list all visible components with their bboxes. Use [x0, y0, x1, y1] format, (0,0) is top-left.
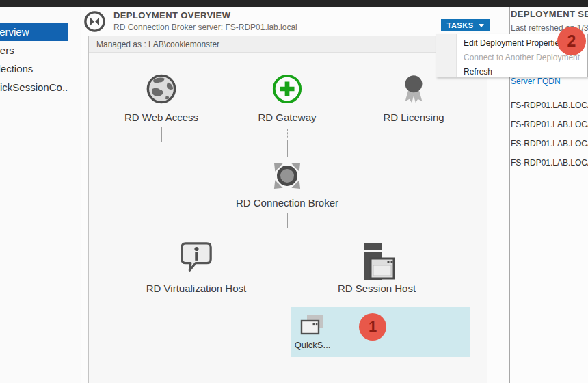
connector-sessionhost [377, 228, 377, 241]
node-label-rd-session-host[interactable]: RD Session Host [302, 282, 452, 294]
connector-webaccess [161, 127, 162, 142]
connector-to-collection [377, 295, 377, 308]
tasks-button[interactable]: TASKS [441, 19, 490, 31]
overview-title: DEPLOYMENT OVERVIEW [113, 10, 230, 21]
node-label-rd-connection-broker[interactable]: RD Connection Broker [212, 197, 362, 209]
server-row[interactable]: FS-RDP01.LAB.LOCAL [511, 158, 588, 168]
nav-content-divider [81, 7, 81, 383]
servers-column-header-fqdn[interactable]: Server FQDN [511, 77, 561, 86]
session-collection-label[interactable]: QuickS... [292, 340, 333, 350]
rd-virtualization-host-icon[interactable] [178, 241, 215, 275]
server-row[interactable]: FS-RDP01.LAB.LOCAL [511, 139, 588, 148]
rd-connection-broker-icon[interactable] [268, 157, 306, 195]
managed-as-bar: Managed as : LAB\cookiemonster [89, 36, 487, 53]
rd-session-host-icon[interactable] [360, 241, 396, 281]
chevron-down-icon [479, 24, 484, 27]
rd-gateway-add-icon[interactable] [271, 73, 303, 105]
server-row[interactable]: FS-RDP01.LAB.LOCAL [511, 101, 588, 110]
rds-deployment-icon [83, 10, 106, 33]
sidebar-item-label: Collections [0, 60, 33, 78]
menu-item-edit-deployment-properties[interactable]: Edit Deployment Properties [464, 38, 563, 48]
connector-from-broker [287, 213, 288, 228]
sidebar-item-label: Servers [0, 41, 14, 60]
annotation-badge-2: 2 [557, 27, 586, 55]
sidebar-item-label: Overview [0, 23, 29, 41]
rd-web-access-icon[interactable] [146, 73, 177, 105]
annotation-badge-1: 1 [359, 313, 386, 341]
server-row[interactable]: FS-RDP01.LAB.LOCAL [511, 120, 588, 129]
rd-licensing-icon[interactable] [398, 73, 429, 105]
connector-licensing [414, 127, 414, 142]
node-label-rd-licensing[interactable]: RD Licensing [338, 111, 489, 123]
sidebar-item-servers[interactable]: Servers [0, 41, 68, 60]
menu-item-refresh[interactable]: Refresh [464, 67, 492, 77]
connector-virthost-dotted [196, 228, 196, 239]
menu-item-connect-to-another-deployment: Connect to Another Deployment [464, 53, 580, 62]
connector-to-broker [287, 142, 288, 157]
tasks-button-label: TASKS [447, 21, 474, 29]
servers-panel-title: DEPLOYMENT SERVERS [511, 9, 588, 19]
session-collection-icon[interactable] [299, 314, 325, 338]
menu-icon-gutter [436, 34, 457, 77]
sidebar-item-overview[interactable]: Overview [0, 23, 68, 41]
sidebar-item-quicksessioncollection[interactable]: QuickSessionCo... [0, 78, 68, 96]
sidebar-item-collections[interactable]: Collections [0, 60, 68, 78]
connector-bottom-left-dotted [196, 228, 287, 228]
window-top-strip [0, 0, 588, 7]
sidebar-nav: Overview Servers Collections QuickSessio… [0, 7, 81, 383]
connector-bottom-right [287, 228, 377, 228]
connector-gateway-dotted [287, 129, 288, 142]
overview-subtitle: RD Connection Broker server: FS-RDP01.la… [113, 23, 297, 32]
sidebar-item-label: QuickSessionCo... [0, 78, 68, 96]
node-label-rd-virtualization-host[interactable]: RD Virtualization Host [121, 282, 271, 294]
